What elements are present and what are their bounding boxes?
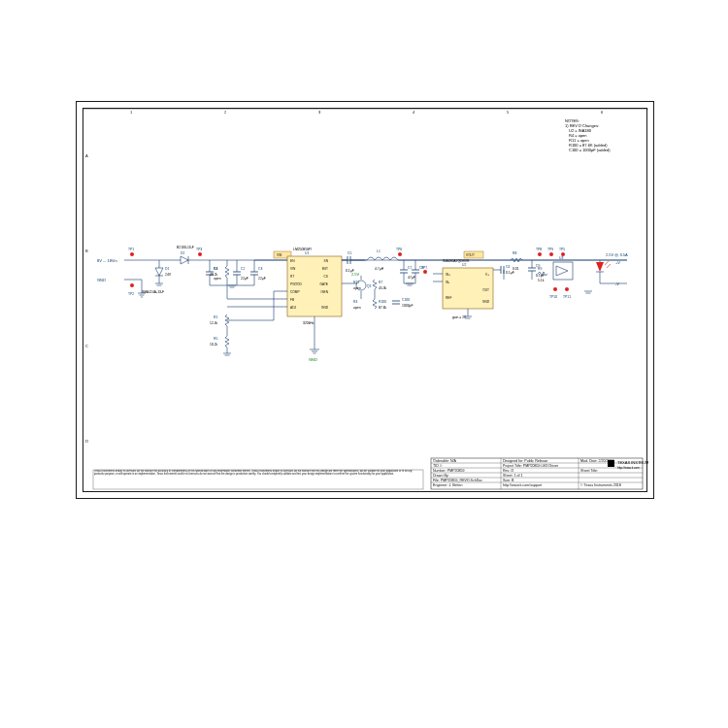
c5: C5 0.1µF (342, 251, 365, 273)
svg-text:C2: C2 (241, 267, 245, 271)
tp9 (549, 252, 553, 256)
svg-text:SN: SN (324, 259, 329, 263)
svg-text:FB: FB (290, 298, 294, 302)
svg-text:C5: C5 (347, 251, 351, 255)
svg-text:24V: 24V (165, 273, 172, 277)
svg-text:22µF: 22µF (258, 277, 266, 281)
svg-text:VOUT: VOUT (466, 253, 475, 257)
svg-text:U2: U2 (462, 263, 466, 267)
svg-text:ISEN: ISEN (321, 290, 329, 294)
svg-text:TP1: TP1 (128, 248, 134, 251)
vin-label: 8V ... 18Vin (97, 258, 117, 263)
title-block: Orderable: N/A Designed for: Public Rele… (431, 458, 648, 489)
svg-text:IN-: IN- (446, 281, 449, 284)
svg-text:87.6k: 87.6k (379, 306, 387, 310)
svg-text:U1: U1 (305, 251, 309, 255)
svg-text:1000pF: 1000pF (402, 304, 414, 308)
svg-text:TP2: TP2 (128, 292, 134, 296)
svg-text:B2100-13-F: B2100-13-F (177, 246, 194, 249)
svg-text:GND: GND (321, 306, 329, 310)
svg-text:45.3k: 45.3k (379, 286, 387, 290)
svg-text:4.7µH: 4.7µH (375, 267, 384, 271)
svg-text:gain = 20: gain = 20 (452, 315, 466, 319)
svg-text:Project Title: PMP20859 LED Dr: Project Title: PMP20859 LED Driver (503, 464, 559, 468)
svg-text:http://www.ti.com: http://www.ti.com (617, 466, 640, 470)
svg-marker-164 (556, 266, 568, 276)
out-nv: -V (615, 281, 619, 286)
tp8 (538, 252, 542, 256)
svg-text:R3: R3 (214, 267, 217, 271)
svg-text:D1: D1 (165, 267, 169, 271)
u1: U1 LM25085MY EN VIN RT PGOOD COMP FB ADJ… (287, 248, 342, 325)
svg-text:6: 6 (601, 110, 604, 115)
svg-text:BST: BST (322, 267, 328, 271)
svg-text:C: C (85, 344, 88, 348)
svg-text:REF: REF (446, 296, 451, 300)
svg-text:TP5: TP5 (559, 248, 565, 251)
svg-text:OUT: OUT (482, 288, 489, 292)
svg-text:R5: R5 (214, 337, 217, 341)
svg-text:0.1µF: 0.1µF (506, 271, 514, 275)
svg-marker-179 (596, 262, 604, 272)
svg-text:TID #:: TID #: (433, 464, 443, 468)
svg-text:Sheet: 1 of 1: Sheet: 1 of 1 (503, 474, 522, 478)
svg-text:C6: C6 (506, 265, 510, 269)
out-pv: +V (615, 260, 620, 265)
bst-v: 2.5V (351, 272, 360, 277)
svg-text:http://www.ti.com/support: http://www.ti.com/support (503, 483, 542, 487)
r8: R8 0.01 (511, 251, 522, 271)
disclaimer: Texas Instruments and/or its licensors d… (93, 470, 423, 489)
u3: U3 (553, 256, 573, 280)
svg-text:R100: R100 (379, 300, 386, 304)
svg-marker-31 (181, 256, 188, 264)
svg-text:TP6: TP6 (396, 248, 402, 251)
svg-text:SMAJ24A-13-F: SMAJ24A-13-F (142, 290, 164, 294)
svg-text:TEXAS INSTRUMENTS: TEXAS INSTRUMENTS (617, 460, 648, 465)
vout-label: 2.5V @ 3.5A (606, 252, 628, 257)
c7: C747µF (400, 260, 415, 283)
svg-line-184 (607, 264, 611, 268)
svg-text:© Texas Instruments 2018: © Texas Instruments 2018 (580, 483, 621, 487)
tp2 (130, 283, 134, 287)
svg-text:open: open (353, 286, 361, 290)
svg-text:5.1k: 5.1k (538, 279, 545, 282)
svg-text:PGOOD: PGOOD (290, 282, 303, 286)
tp3 (198, 252, 202, 256)
svg-text:open: open (214, 277, 221, 281)
svg-text:C3: C3 (258, 267, 262, 271)
svg-text:Size: B: Size: B (503, 479, 514, 482)
fb-net: R745.3k R10087.6k C1001000pF R4open R11o… (353, 280, 414, 310)
svg-text:1: 1 (130, 110, 133, 115)
svg-text:5: 5 (507, 110, 510, 115)
tp7 (423, 270, 427, 274)
svg-text:Q1: Q1 (367, 284, 372, 288)
svg-text:D: D (85, 439, 88, 444)
svg-text:GND: GND (482, 300, 490, 304)
svg-text:COMP: COMP (290, 290, 300, 294)
svg-text:TP3: TP3 (196, 248, 202, 251)
svg-text:Orderable: N/A: Orderable: N/A (433, 459, 457, 463)
svg-text:TP10: TP10 (549, 295, 557, 299)
tp5 (561, 252, 565, 256)
notes: NOTES: 1) REV D Changes: U2 = INA180 R4 … (565, 118, 611, 152)
svg-text:D2: D2 (181, 251, 184, 255)
svg-text:U3: U3 (559, 256, 563, 260)
svg-text:R7: R7 (379, 281, 382, 284)
svg-text:C100: C100 (402, 298, 410, 302)
svg-text:R1: R1 (214, 315, 217, 319)
svg-text:2: 2 (224, 110, 227, 115)
d1-tvs: D1 SMAJ24A-13-F 24V (142, 260, 172, 294)
svg-text:V+: V+ (485, 273, 489, 277)
svg-text:Designed for: Public Release: Designed for: Public Release (503, 459, 547, 463)
svg-text:320kHz: 320kHz (303, 321, 314, 325)
svg-text:0.01: 0.01 (513, 267, 519, 271)
svg-text:47µF: 47µF (408, 276, 415, 280)
svg-text:VIN: VIN (277, 253, 282, 257)
c6: C60.1µF (493, 265, 514, 280)
svg-text:INA180A2QDBVR: INA180A2QDBVR (443, 259, 470, 263)
svg-text:LM25085MY: LM25085MY (293, 248, 313, 251)
svg-text:TP9: TP9 (547, 248, 553, 251)
tp10 (553, 287, 557, 291)
svg-text:3: 3 (318, 110, 321, 115)
d2-diode: D2 B2100-13-F (177, 246, 194, 264)
